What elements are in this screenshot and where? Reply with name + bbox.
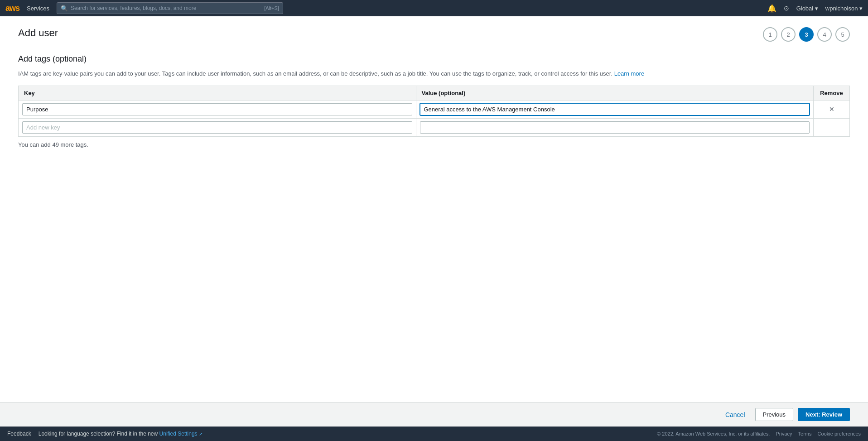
remove-column-header: Remove	[814, 86, 850, 100]
external-link-icon: ↗	[199, 431, 203, 436]
value-column-header: Value (optional)	[416, 86, 814, 100]
table-row: ✕	[19, 100, 850, 118]
section-description: IAM tags are key-value pairs you can add…	[18, 69, 850, 78]
aws-logo-text: aws	[5, 4, 19, 13]
previous-button[interactable]: Previous	[755, 408, 794, 421]
tag-value-input-1[interactable]	[420, 103, 810, 115]
page-title: Add user	[18, 27, 58, 39]
bell-icon[interactable]: 🔔	[767, 4, 776, 13]
tags-table: Key Value (optional) Remove ✕	[18, 86, 850, 137]
table-row	[19, 118, 850, 136]
next-review-button[interactable]: Next: Review	[798, 408, 850, 421]
user-menu[interactable]: wpnicholson ▾	[825, 5, 863, 12]
services-nav-item[interactable]: Services	[27, 5, 49, 12]
step-3[interactable]: 3	[799, 27, 814, 42]
remove-tag-1-button[interactable]: ✕	[827, 104, 836, 115]
tag-value-input-2[interactable]	[420, 121, 810, 134]
tag-key-input-2[interactable]	[22, 121, 412, 134]
remove-cell-2	[814, 118, 850, 136]
terms-link[interactable]: Terms	[798, 431, 812, 436]
section-title: Add tags (optional)	[18, 54, 850, 64]
step-indicators: 1 2 3 4 5	[763, 27, 850, 42]
aws-logo[interactable]: aws	[5, 4, 19, 13]
privacy-link[interactable]: Privacy	[776, 431, 792, 436]
tag-value-cell-1	[416, 100, 814, 118]
tag-key-cell-1	[19, 100, 416, 118]
step-2[interactable]: 2	[781, 27, 796, 42]
step-4[interactable]: 4	[817, 27, 832, 42]
main-content-area: Add user 1 2 3 4 5 Add tags (optional) I…	[0, 16, 868, 402]
cookie-preferences-link[interactable]: Cookie preferences	[818, 431, 861, 436]
key-column-header: Key	[19, 86, 416, 100]
step-1[interactable]: 1	[763, 27, 777, 42]
search-icon: 🔍	[61, 5, 68, 12]
help-icon[interactable]: ⊙	[784, 5, 789, 12]
footer-copyright: © 2022, Amazon Web Services, Inc. or its…	[657, 431, 861, 436]
feedback-message: Looking for language selection? Find it …	[39, 431, 203, 437]
feedback-bar: Feedback Looking for language selection?…	[0, 427, 868, 441]
nav-right-actions: 🔔 ⊙ Global ▾ wpnicholson ▾	[767, 4, 863, 13]
top-nav: aws Services 🔍 [Alt+S] 🔔 ⊙ Global ▾ wpni…	[0, 0, 868, 16]
feedback-link[interactable]: Feedback	[7, 431, 31, 437]
tag-value-cell-2	[416, 118, 814, 136]
search-bar: 🔍 [Alt+S]	[57, 2, 283, 14]
remove-cell-1: ✕	[814, 100, 850, 118]
search-shortcut: [Alt+S]	[264, 5, 279, 11]
bottom-bar: Cancel Previous Next: Review	[0, 402, 868, 427]
learn-more-link[interactable]: Learn more	[614, 70, 644, 77]
tag-key-input-1[interactable]	[22, 103, 412, 115]
tag-key-cell-2	[19, 118, 416, 136]
tags-remaining-text: You can add 49 more tags.	[18, 141, 850, 148]
step-5[interactable]: 5	[835, 27, 850, 42]
cancel-button[interactable]: Cancel	[720, 408, 751, 421]
region-selector[interactable]: Global ▾	[796, 5, 818, 12]
main-content: Add user 1 2 3 4 5 Add tags (optional) I…	[0, 16, 868, 159]
search-input[interactable]	[71, 5, 261, 11]
wizard-header: Add user 1 2 3 4 5	[18, 27, 850, 42]
unified-settings-link[interactable]: Unified Settings	[159, 431, 198, 437]
